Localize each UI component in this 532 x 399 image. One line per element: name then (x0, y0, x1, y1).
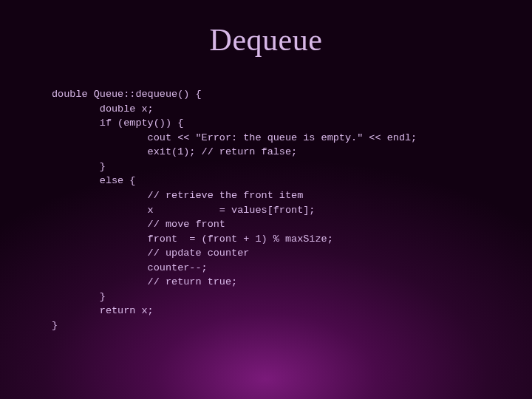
code-line: cout << "Error: the queue is empty." << … (52, 132, 417, 143)
code-block: double Queue::dequeue() { double x; if (… (52, 87, 488, 333)
code-line: // move front (52, 219, 225, 230)
code-line: if (empty()) { (52, 117, 183, 129)
code-line: return x; (52, 305, 154, 316)
code-line: double Queue::dequeue() { (52, 89, 202, 100)
code-line: } (52, 291, 106, 302)
slide: Dequeue double Queue::dequeue() { double… (0, 0, 532, 399)
code-line: else { (52, 175, 135, 186)
code-line: // retrieve the front item (52, 190, 303, 201)
code-line: // update counter (52, 248, 249, 259)
code-line: front = (front + 1) % maxSize; (52, 233, 333, 245)
code-line: // return true; (52, 276, 237, 287)
slide-title: Dequeue (44, 22, 488, 58)
code-line: double x; (52, 103, 154, 115)
code-line: x = values[front]; (52, 205, 315, 216)
code-line: exit(1); // return false; (52, 146, 297, 157)
code-line: } (52, 161, 106, 172)
code-line: } (52, 320, 58, 331)
code-line: counter--; (52, 262, 208, 273)
